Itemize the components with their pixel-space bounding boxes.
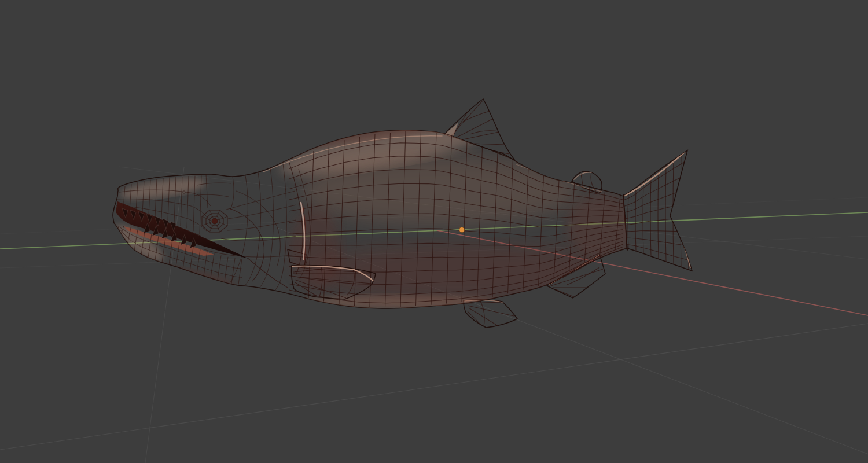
fish-eye: [202, 210, 227, 232]
pupil: [212, 218, 218, 224]
viewport-3d[interactable]: [0, 0, 868, 463]
viewport-canvas[interactable]: [0, 0, 868, 463]
object-origin-marker: [459, 227, 465, 233]
